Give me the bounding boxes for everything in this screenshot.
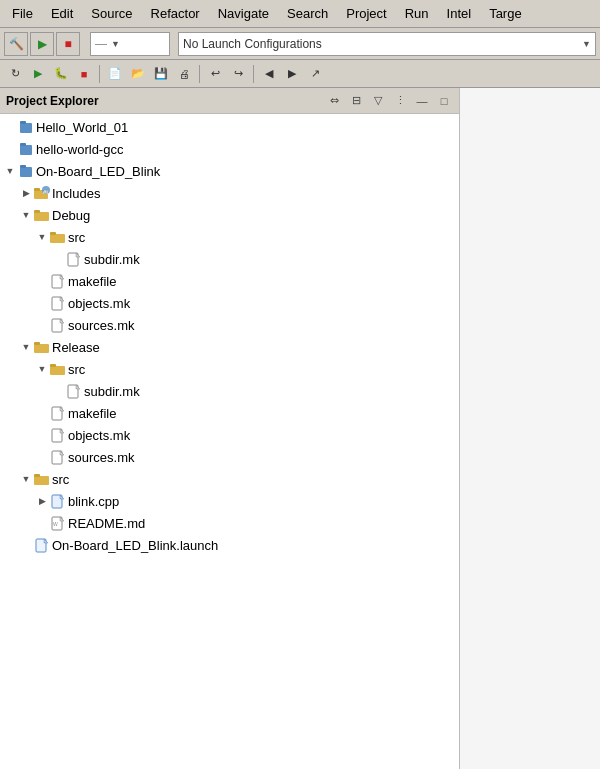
arrow-includes[interactable]	[18, 185, 34, 201]
explorer-max-button[interactable]: □	[435, 92, 453, 110]
tree-item-blink-cpp[interactable]: blink.cpp	[0, 490, 459, 512]
icon-release-src	[50, 361, 66, 377]
explorer-panel: Project Explorer ⇔ ⊟ ▽ ⋮ — □ Hello_World…	[0, 88, 460, 769]
tree-item-readme[interactable]: W README.md	[0, 512, 459, 534]
arrow-on-board[interactable]	[2, 163, 18, 179]
icon-debug	[34, 207, 50, 223]
stop-button[interactable]: ■	[56, 32, 80, 56]
nav-arrow-button[interactable]: ↗	[304, 63, 326, 85]
menu-edit[interactable]: Edit	[43, 4, 81, 23]
main-area: Project Explorer ⇔ ⊟ ▽ ⋮ — □ Hello_World…	[0, 88, 600, 769]
tree-item-debug-objects[interactable]: objects.mk	[0, 292, 459, 314]
tree-item-release-src[interactable]: src	[0, 358, 459, 380]
tree-item-debug-src[interactable]: src	[0, 226, 459, 248]
save-button[interactable]: 💾	[150, 63, 172, 85]
explorer-menu-button[interactable]: ⋮	[391, 92, 409, 110]
arrow-release-src[interactable]	[34, 361, 50, 377]
label-debug: Debug	[52, 208, 90, 223]
tree-item-on-board[interactable]: On-Board_LED_Blink	[0, 160, 459, 182]
redo-button[interactable]: ↪	[227, 63, 249, 85]
arrow-release-sources	[34, 449, 50, 465]
label-blink-cpp: blink.cpp	[68, 494, 119, 509]
tree-item-debug-subdir[interactable]: subdir.mk	[0, 248, 459, 270]
explorer-tree: Hello_World_01 hello-world-gcc On-Board_…	[0, 114, 459, 769]
arrow-debug[interactable]	[18, 207, 34, 223]
svg-rect-11	[34, 210, 40, 213]
tree-item-release-subdir[interactable]: subdir.mk	[0, 380, 459, 402]
new-button[interactable]: 📄	[104, 63, 126, 85]
tree-item-launch[interactable]: On-Board_LED_Blink.launch	[0, 534, 459, 556]
tree-item-hello-world[interactable]: Hello_World_01	[0, 116, 459, 138]
forward-button[interactable]: ▶	[281, 63, 303, 85]
svg-rect-0	[20, 123, 32, 133]
tree-item-debug-makefile[interactable]: makefile	[0, 270, 459, 292]
icon-debug-src	[50, 229, 66, 245]
open-button[interactable]: 📂	[127, 63, 149, 85]
menu-navigate[interactable]: Navigate	[210, 4, 277, 23]
refresh-button[interactable]: ↻	[4, 63, 26, 85]
label-on-board: On-Board_LED_Blink	[36, 164, 160, 179]
menu-project[interactable]: Project	[338, 4, 394, 23]
explorer-title: Project Explorer	[6, 94, 321, 108]
tree-item-hello-world-gcc[interactable]: hello-world-gcc	[0, 138, 459, 160]
svg-rect-7	[34, 188, 40, 191]
back-button[interactable]: ◀	[258, 63, 280, 85]
icon-on-board	[18, 163, 34, 179]
sep2	[199, 65, 200, 83]
hammer-button[interactable]: 🔨	[4, 32, 28, 56]
explorer-min-button[interactable]: —	[413, 92, 431, 110]
icon-src	[34, 471, 50, 487]
arrow-release-makefile	[34, 405, 50, 421]
label-release-sources: sources.mk	[68, 450, 134, 465]
tree-item-includes[interactable]: #i Includes	[0, 182, 459, 204]
icon-blink-cpp	[50, 493, 66, 509]
tree-item-debug[interactable]: Debug	[0, 204, 459, 226]
icon-readme: W	[50, 515, 66, 531]
tree-item-release-sources[interactable]: sources.mk	[0, 446, 459, 468]
menu-bar: File Edit Source Refactor Navigate Searc…	[0, 0, 600, 28]
svg-rect-3	[20, 143, 26, 146]
undo-button[interactable]: ↩	[204, 63, 226, 85]
print-button[interactable]: 🖨	[173, 63, 195, 85]
menu-search[interactable]: Search	[279, 4, 336, 23]
arrow-src[interactable]	[18, 471, 34, 487]
svg-rect-13	[50, 232, 56, 235]
svg-rect-12	[50, 234, 65, 243]
menu-target[interactable]: Targe	[481, 4, 530, 23]
icon-hello-world	[18, 119, 34, 135]
icon-release-subdir	[66, 383, 82, 399]
explorer-collapse-button[interactable]: ⊟	[347, 92, 365, 110]
icon-debug-objects	[50, 295, 66, 311]
label-release-objects: objects.mk	[68, 428, 130, 443]
debug-button[interactable]: 🐛	[50, 63, 72, 85]
run-small-button[interactable]: ▶	[27, 63, 49, 85]
tree-item-release[interactable]: Release	[0, 336, 459, 358]
menu-source[interactable]: Source	[83, 4, 140, 23]
icon-debug-subdir	[66, 251, 82, 267]
menu-refactor[interactable]: Refactor	[143, 4, 208, 23]
label-release: Release	[52, 340, 100, 355]
tree-item-release-makefile[interactable]: makefile	[0, 402, 459, 424]
stop-small-button[interactable]: ■	[73, 63, 95, 85]
arrow-blink-cpp[interactable]	[34, 493, 50, 509]
arrow-hello-world	[2, 119, 18, 135]
tree-item-release-objects[interactable]: objects.mk	[0, 424, 459, 446]
run-config-dropdown[interactable]: — ▼	[90, 32, 170, 56]
menu-intel[interactable]: Intel	[439, 4, 480, 23]
run-button[interactable]: ▶	[30, 32, 54, 56]
svg-rect-4	[20, 167, 32, 177]
arrow-release[interactable]	[18, 339, 34, 355]
arrow-hello-gcc	[2, 141, 18, 157]
arrow-debug-src[interactable]	[34, 229, 50, 245]
menu-file[interactable]: File	[4, 4, 41, 23]
tree-item-debug-sources[interactable]: sources.mk	[0, 314, 459, 336]
svg-rect-5	[20, 165, 26, 168]
tree-item-src[interactable]: src	[0, 468, 459, 490]
explorer-sync-button[interactable]: ⇔	[325, 92, 343, 110]
menu-run[interactable]: Run	[397, 4, 437, 23]
icon-release	[34, 339, 50, 355]
svg-rect-34	[34, 476, 49, 485]
arrow-debug-makefile	[34, 273, 50, 289]
explorer-filter-button[interactable]: ▽	[369, 92, 387, 110]
launch-config-dropdown[interactable]: No Launch Configurations ▼	[178, 32, 596, 56]
